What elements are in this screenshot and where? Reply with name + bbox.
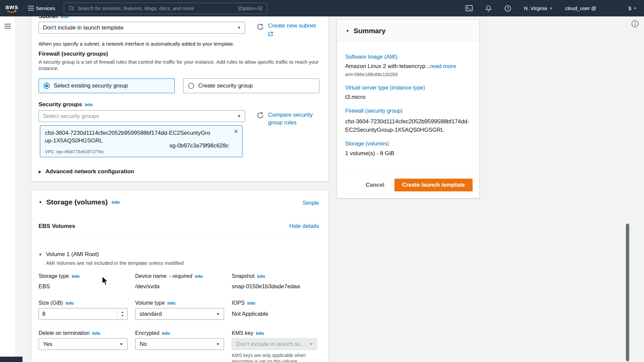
- summary-firewall-link[interactable]: Firewall (security group): [345, 108, 402, 114]
- summary-firewall-value: cfst-3604-7230d1114cfec2052b9599588bf174…: [345, 117, 470, 134]
- storage-type-value: EBS: [39, 283, 50, 290]
- summary-ami-text: Amazon Linux 2 with letsencryp...read mo…: [345, 63, 456, 70]
- radio-unselected-icon: [188, 83, 194, 89]
- info-icon: [631, 20, 639, 27]
- kms-info-link[interactable]: Info: [256, 331, 264, 336]
- subnet-select[interactable]: Don't include in launch template ▼: [39, 22, 245, 34]
- security-group-chip: cfst-3604-7230d1114cfec2052b9599588bf174…: [40, 125, 243, 157]
- cloudshell-button[interactable]: [466, 5, 473, 11]
- summary-instance-type-link[interactable]: Virtual server type (instance type): [345, 85, 425, 91]
- iops-info-link[interactable]: Info: [247, 301, 255, 306]
- advanced-network-expander[interactable]: ▶ Advanced network configuration: [39, 168, 134, 175]
- security-groups-info-link[interactable]: Info: [85, 102, 93, 107]
- menu-icon[interactable]: [4, 22, 11, 30]
- summary-title: Summary: [354, 27, 386, 35]
- size-stepper[interactable]: ▲ ▼: [117, 308, 127, 319]
- create-security-group-option[interactable]: Create security group: [183, 78, 319, 93]
- refresh-icon: [257, 112, 264, 119]
- extra-menu-label: $: [629, 5, 631, 11]
- volume-type-select[interactable]: standard ▼: [135, 308, 224, 320]
- volume-1-expander[interactable]: ▼ Volume 1 (AMI Root): [39, 251, 99, 258]
- device-required-flag: - required: [169, 273, 192, 279]
- volume-type-field-label: Volume type Info: [135, 300, 175, 306]
- ebs-volumes-title: EBS Volumes: [39, 223, 75, 230]
- encrypted-info-link[interactable]: Info: [162, 331, 170, 336]
- radio-selected-icon: [44, 83, 50, 89]
- extra-menu[interactable]: $ ▼: [629, 5, 637, 11]
- region-selector[interactable]: N. Virginia ▼: [524, 5, 552, 11]
- aws-logo[interactable]: aws: [5, 4, 18, 13]
- stepper-up-icon[interactable]: ▲: [120, 311, 124, 314]
- delete-on-termination-select[interactable]: Yes ▼: [39, 338, 127, 350]
- notifications-button[interactable]: [485, 5, 492, 12]
- select-existing-security-group-option[interactable]: Select existing security group: [39, 78, 175, 93]
- summary-panel: ▼ Summary Software Image (AMI) Amazon Li…: [337, 19, 480, 198]
- chevron-down-icon: ▼: [216, 342, 220, 346]
- advanced-network-label: Advanced network configuration: [45, 168, 134, 175]
- subnet-note: When you specify a subnet, a network int…: [39, 41, 234, 47]
- services-menu[interactable]: Services: [29, 5, 55, 11]
- info-panel-toggle[interactable]: [631, 20, 639, 28]
- chevron-down-icon: ▼: [634, 7, 637, 10]
- hide-details-link[interactable]: Hide details: [289, 223, 319, 230]
- volume-1-note: AMI Volumes are not included in the temp…: [46, 260, 183, 266]
- create-launch-template-button[interactable]: Create launch template: [394, 179, 473, 191]
- storage-type-info-link[interactable]: Info: [72, 274, 80, 279]
- region-label: N. Virginia: [524, 5, 547, 11]
- refresh-security-groups-button[interactable]: [257, 112, 264, 119]
- search-icon: [69, 6, 74, 11]
- security-groups-field-label: Security groups Info: [39, 101, 93, 108]
- create-option-label: Create security group: [198, 82, 253, 89]
- read-more-link[interactable]: read more: [430, 63, 456, 69]
- device-name-info-link[interactable]: Info: [195, 274, 203, 279]
- summary-storage-value: 1 volume(s) - 8 GiB: [345, 150, 394, 157]
- create-new-subnet-link[interactable]: Create new subnet: [268, 22, 316, 29]
- encrypted-field-label: Encrypted Info: [135, 330, 170, 336]
- stepper-down-icon[interactable]: ▼: [120, 314, 124, 317]
- device-name-field-label: Device name - required Info: [135, 273, 203, 279]
- storage-info-link[interactable]: Info: [112, 200, 120, 205]
- chevron-down-icon: ▼: [119, 342, 124, 346]
- snapshot-info-link[interactable]: Info: [257, 274, 265, 279]
- snapshot-value: snap-0150e1b3dade7edaa: [232, 283, 300, 290]
- kms-key-note: KMS keys are only applicable when encryp…: [232, 352, 317, 362]
- page-scrollbar[interactable]: [626, 224, 629, 361]
- firewall-description: A security group is a set of firewall ru…: [39, 59, 322, 71]
- iops-value: Not Applicable: [232, 311, 268, 317]
- volume-1-title: Volume 1 (AMI Root): [46, 251, 99, 258]
- iops-field-label: IOPS Info: [232, 300, 255, 306]
- summary-ami-link[interactable]: Software Image (AMI): [345, 54, 397, 60]
- size-input[interactable]: [39, 308, 117, 319]
- storage-mode-toggle[interactable]: Simple: [303, 200, 319, 206]
- help-button[interactable]: ?: [504, 5, 511, 12]
- caret-down-icon: ▼: [346, 29, 350, 33]
- delete-info-link[interactable]: Info: [92, 331, 100, 336]
- cancel-button[interactable]: Cancel: [366, 182, 384, 188]
- device-name-value: /dev/xvda: [135, 283, 160, 290]
- create-new-subnet[interactable]: Create new subnet: [268, 22, 316, 37]
- volume-type-value: standard: [140, 311, 162, 317]
- footer-bar-fragment: [0, 357, 22, 362]
- bell-icon: [485, 5, 492, 12]
- summary-storage-link[interactable]: Storage (volumes): [345, 141, 389, 147]
- security-groups-select[interactable]: Select security groups ▼: [39, 110, 245, 122]
- search-input[interactable]: [77, 5, 235, 11]
- size-info-link[interactable]: Info: [66, 301, 74, 306]
- volume-type-info-link[interactable]: Info: [167, 301, 175, 306]
- search-bar[interactable]: [Option+S]: [64, 3, 267, 14]
- delete-on-termination-value: Yes: [43, 341, 52, 348]
- chevron-down-icon: ▼: [216, 312, 220, 316]
- account-menu[interactable]: cloud_user @: [565, 5, 596, 11]
- account-label: cloud_user @: [565, 5, 596, 11]
- storage-section-header[interactable]: ▼ Storage (volumes) Info: [39, 198, 120, 206]
- kms-key-select: Don't include in launch te... ▼: [232, 338, 317, 350]
- summary-footer-divider: [337, 172, 479, 173]
- external-link-icon: [268, 31, 273, 37]
- refresh-subnets-button[interactable]: [257, 23, 264, 31]
- close-icon[interactable]: ✕: [234, 128, 238, 135]
- existing-option-label: Select existing security group: [54, 82, 128, 89]
- firewall-section-title: Firewall (security groups): [39, 51, 108, 57]
- encrypted-select[interactable]: No ▼: [135, 338, 224, 350]
- compare-security-group-rules-link[interactable]: Compare security group rules: [268, 111, 316, 126]
- summary-header[interactable]: ▼ Summary: [337, 20, 479, 42]
